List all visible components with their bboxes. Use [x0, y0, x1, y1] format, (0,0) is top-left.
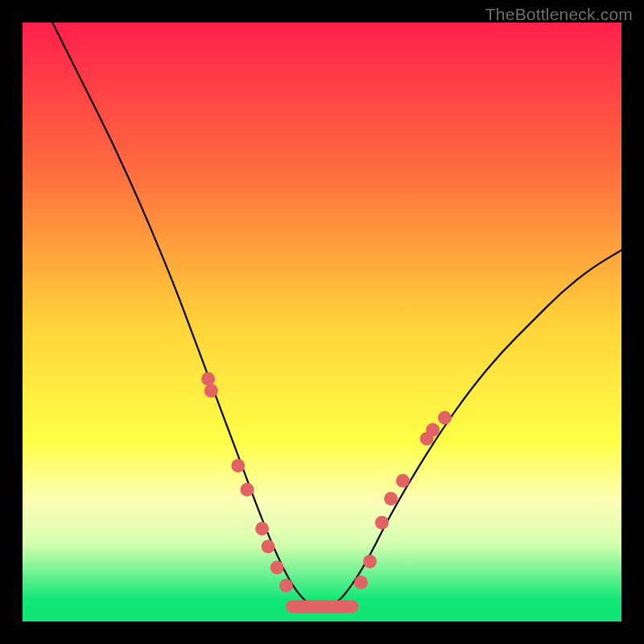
datapoint-marker: [396, 474, 410, 488]
datapoint-marker: [270, 561, 284, 575]
datapoint-marker: [426, 423, 440, 436]
datapoint-marker: [363, 555, 377, 568]
datapoint-marker: [438, 411, 452, 425]
datapoint-marker: [231, 459, 245, 473]
datapoint-marker: [262, 540, 275, 554]
datapoint-marker: [241, 483, 254, 497]
datapoint-marker: [255, 522, 269, 535]
datapoint-marker: [354, 576, 368, 589]
chart-svg: [23, 23, 621, 621]
chart-frame: TheBottleneck.com: [0, 0, 644, 644]
datapoint-marker: [384, 492, 398, 506]
datapoint-marker: [201, 372, 215, 386]
datapoint-marker: [375, 516, 389, 530]
datapoint-marker: [279, 579, 293, 592]
bottleneck-chart: [23, 23, 621, 621]
watermark-text: TheBottleneck.com: [485, 5, 633, 24]
datapoint-marker: [204, 384, 218, 398]
